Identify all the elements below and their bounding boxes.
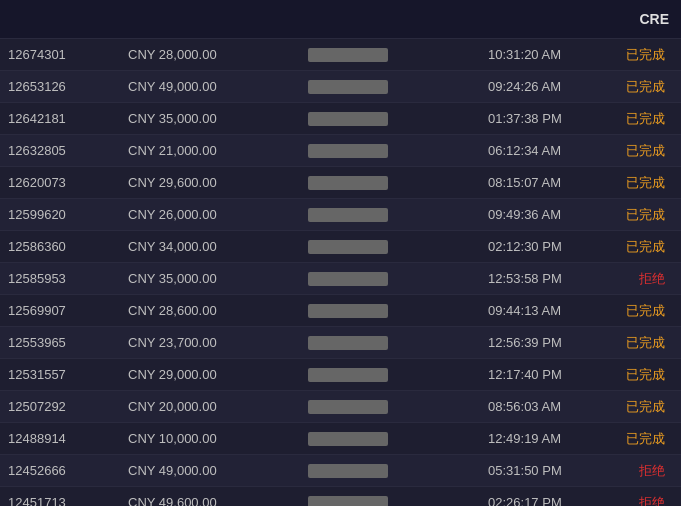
row-amount: CNY 20,000.00 (128, 399, 308, 414)
row-blur (308, 336, 488, 350)
row-id: 12653126 (8, 79, 128, 94)
row-blur (308, 144, 488, 158)
row-id: 12642181 (8, 111, 128, 126)
row-amount: CNY 49,000.00 (128, 463, 308, 478)
row-time: 01:37:38 PM (488, 111, 618, 126)
row-status: 已完成 (618, 430, 673, 448)
table-row[interactable]: 12553965 CNY 23,700.00 12:56:39 PM 已完成 (0, 327, 681, 359)
table-row[interactable]: 12586360 CNY 34,000.00 02:12:30 PM 已完成 (0, 231, 681, 263)
row-amount: CNY 49,600.00 (128, 495, 308, 506)
blur-placeholder (308, 432, 388, 446)
row-status: 已完成 (618, 302, 673, 320)
row-time: 02:12:30 PM (488, 239, 618, 254)
row-amount: CNY 29,600.00 (128, 175, 308, 190)
row-time: 08:56:03 AM (488, 399, 618, 414)
blur-placeholder (308, 368, 388, 382)
row-status: 拒绝 (618, 462, 673, 480)
table-row[interactable]: 12531557 CNY 29,000.00 12:17:40 PM 已完成 (0, 359, 681, 391)
row-amount: CNY 28,600.00 (128, 303, 308, 318)
row-id: 12451713 (8, 495, 128, 506)
blur-placeholder (308, 112, 388, 126)
row-blur (308, 400, 488, 414)
row-id: 12632805 (8, 143, 128, 158)
table-row[interactable]: 12620073 CNY 29,600.00 08:15:07 AM 已完成 (0, 167, 681, 199)
blur-placeholder (308, 48, 388, 62)
row-time: 09:49:36 AM (488, 207, 618, 222)
row-id: 12452666 (8, 463, 128, 478)
row-id: 12531557 (8, 367, 128, 382)
row-blur (308, 432, 488, 446)
blur-placeholder (308, 144, 388, 158)
row-blur (308, 272, 488, 286)
table-row[interactable]: 12599620 CNY 26,000.00 09:49:36 AM 已完成 (0, 199, 681, 231)
row-status: 已完成 (618, 238, 673, 256)
row-blur (308, 112, 488, 126)
row-status: 已完成 (618, 174, 673, 192)
blur-placeholder (308, 176, 388, 190)
row-blur (308, 80, 488, 94)
table-row[interactable]: 12488914 CNY 10,000.00 12:49:19 AM 已完成 (0, 423, 681, 455)
row-status: 拒绝 (618, 494, 673, 507)
row-status: 拒绝 (618, 270, 673, 288)
row-blur (308, 464, 488, 478)
blur-placeholder (308, 80, 388, 94)
table-row[interactable]: 12674301 CNY 28,000.00 10:31:20 AM 已完成 (0, 39, 681, 71)
row-amount: CNY 10,000.00 (128, 431, 308, 446)
row-amount: CNY 23,700.00 (128, 335, 308, 350)
row-blur (308, 208, 488, 222)
row-time: 10:31:20 AM (488, 47, 618, 62)
row-amount: CNY 28,000.00 (128, 47, 308, 62)
blur-placeholder (308, 208, 388, 222)
row-amount: CNY 26,000.00 (128, 207, 308, 222)
row-id: 12674301 (8, 47, 128, 62)
blur-placeholder (308, 336, 388, 350)
row-status: 已完成 (618, 366, 673, 384)
row-blur (308, 368, 488, 382)
row-time: 12:53:58 PM (488, 271, 618, 286)
blur-placeholder (308, 400, 388, 414)
table-container: 12674301 CNY 28,000.00 10:31:20 AM 已完成 1… (0, 39, 681, 506)
row-amount: CNY 35,000.00 (128, 111, 308, 126)
row-id: 12599620 (8, 207, 128, 222)
row-id: 12585953 (8, 271, 128, 286)
row-status: 已完成 (618, 334, 673, 352)
table-row[interactable]: 12632805 CNY 21,000.00 06:12:34 AM 已完成 (0, 135, 681, 167)
row-amount: CNY 34,000.00 (128, 239, 308, 254)
row-id: 12620073 (8, 175, 128, 190)
blur-placeholder (308, 304, 388, 318)
row-id: 12569907 (8, 303, 128, 318)
row-time: 06:12:34 AM (488, 143, 618, 158)
row-blur (308, 496, 488, 507)
row-amount: CNY 21,000.00 (128, 143, 308, 158)
row-amount: CNY 29,000.00 (128, 367, 308, 382)
row-status: 已完成 (618, 142, 673, 160)
row-amount: CNY 35,000.00 (128, 271, 308, 286)
blur-placeholder (308, 240, 388, 254)
row-status: 已完成 (618, 78, 673, 96)
row-id: 12553965 (8, 335, 128, 350)
table-row[interactable]: 12653126 CNY 49,000.00 09:24:26 AM 已完成 (0, 71, 681, 103)
row-time: 02:26:17 PM (488, 495, 618, 506)
table-row[interactable]: 12569907 CNY 28,600.00 09:44:13 AM 已完成 (0, 295, 681, 327)
row-status: 已完成 (618, 398, 673, 416)
row-time: 09:44:13 AM (488, 303, 618, 318)
row-time: 12:49:19 AM (488, 431, 618, 446)
table-row[interactable]: 12642181 CNY 35,000.00 01:37:38 PM 已完成 (0, 103, 681, 135)
blur-placeholder (308, 496, 388, 507)
row-time: 05:31:50 PM (488, 463, 618, 478)
table-row[interactable]: 12585953 CNY 35,000.00 12:53:58 PM 拒绝 (0, 263, 681, 295)
table-row[interactable]: 12507292 CNY 20,000.00 08:56:03 AM 已完成 (0, 391, 681, 423)
row-status: 已完成 (618, 206, 673, 224)
row-blur (308, 240, 488, 254)
table-row[interactable]: 12451713 CNY 49,600.00 02:26:17 PM 拒绝 (0, 487, 681, 506)
row-time: 08:15:07 AM (488, 175, 618, 190)
row-blur (308, 48, 488, 62)
row-status: 已完成 (618, 46, 673, 64)
row-amount: CNY 49,000.00 (128, 79, 308, 94)
table-row[interactable]: 12452666 CNY 49,000.00 05:31:50 PM 拒绝 (0, 455, 681, 487)
blur-placeholder (308, 272, 388, 286)
row-time: 09:24:26 AM (488, 79, 618, 94)
row-id: 12586360 (8, 239, 128, 254)
row-id: 12507292 (8, 399, 128, 414)
row-blur (308, 304, 488, 318)
